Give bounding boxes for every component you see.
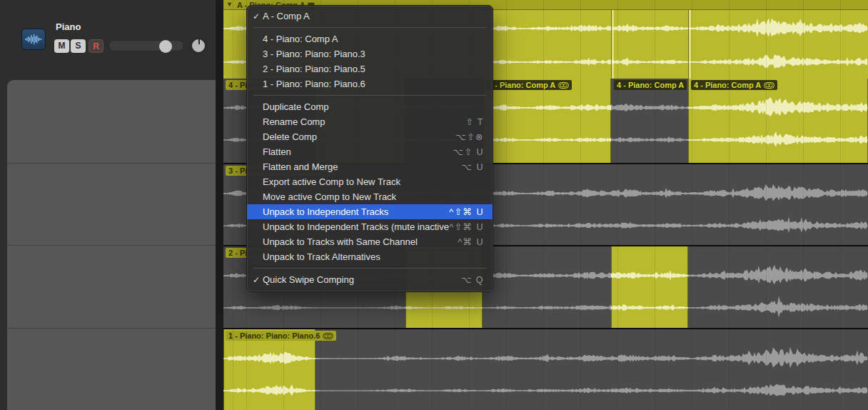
- mute-button[interactable]: M: [54, 39, 69, 53]
- menu-item-label: Rename Comp: [263, 116, 465, 127]
- menu-item-label: Move active Comp to New Track: [263, 191, 484, 202]
- lane-divider: [7, 245, 216, 246]
- menu-item-label: Unpack to Independent Tracks: [263, 206, 449, 217]
- comp-section-boundary: [611, 10, 614, 79]
- lane-divider: [7, 163, 216, 164]
- pan-knob-pointer: [198, 39, 200, 44]
- menu-item-unpack-to-independent-tracks[interactable]: Unpack to Independent Tracks^⇧⌘ U: [247, 204, 493, 219]
- menu-item-unpack-to-track-alternatives[interactable]: Unpack to Track Alternatives: [247, 249, 493, 264]
- menu-item-flatten[interactable]: Flatten⌥⇧ U: [247, 144, 493, 159]
- menu-item-rename-comp[interactable]: Rename Comp⇧ T: [247, 114, 493, 129]
- menu-separator: [253, 268, 486, 269]
- logic-pro-window: Piano M S R ▼ A - Piano: Comp A ▦ 4 - Pi…: [0, 0, 868, 410]
- region-name-chip: 4 - Piano: Comp A: [614, 80, 687, 90]
- menu-item-label: 2 - Piano: Piano: Piano.5: [263, 64, 484, 74]
- menu-item-move-active-comp-to-new-track[interactable]: Move active Comp to New Track: [247, 189, 493, 204]
- checkmark-icon: ✓: [253, 11, 263, 21]
- menu-item-label: Flatten and Merge: [263, 161, 462, 172]
- menu-item-label: Unpack to Independent Tracks (mute inact…: [263, 221, 449, 232]
- menu-item-label: 4 - Piano: Comp A: [263, 34, 484, 44]
- menu-item-shortcut: ⇧ T: [465, 116, 484, 127]
- region-name: 4 - Piano: Comp A: [488, 80, 555, 90]
- menu-item-shortcut: ⌥⇧ U: [453, 146, 484, 157]
- menu-item-label: Delete Comp: [263, 131, 455, 142]
- menu-item-duplicate-comp[interactable]: Duplicate Comp: [247, 99, 493, 114]
- checkmark-icon: ✓: [253, 275, 263, 285]
- menu-item-unpack-to-tracks-with-same-channel[interactable]: Unpack to Tracks with Same Channel^⌘ U: [247, 234, 493, 249]
- menu-item-unpack-to-independent-tracks-mute-inactive[interactable]: Unpack to Independent Tracks (mute inact…: [247, 219, 493, 234]
- track-name: Piano: [56, 21, 81, 32]
- stereo-icon: [323, 333, 333, 339]
- take-lane-1: 1 - Piano: Piano: Piano.6: [223, 328, 868, 410]
- menu-item-shortcut: ^⇧⌘ U: [449, 206, 484, 217]
- comp-section-boundary: [688, 10, 691, 79]
- track-lane-header-area: [7, 80, 216, 410]
- menu-item-shortcut: ⌥⇧⊗: [455, 131, 484, 142]
- menu-item-delete-comp[interactable]: Delete Comp⌥⇧⊗: [247, 129, 493, 144]
- menu-separator: [253, 27, 486, 28]
- waveform: [223, 329, 868, 410]
- region-name: 4 - Piano: Comp A: [617, 80, 684, 90]
- region-name-chip: 1 - Piano: Piano: Piano.6: [226, 331, 336, 341]
- region-name-chip: 4 - Piano: Comp A: [691, 80, 777, 90]
- pan-knob[interactable]: [190, 37, 207, 54]
- volume-slider-knob[interactable]: [159, 40, 172, 53]
- menu-item-label: Unpack to Track Alternatives: [263, 251, 484, 262]
- menu-item-2-piano-piano-piano-5[interactable]: 2 - Piano: Piano: Piano.5: [247, 61, 493, 76]
- menu-item-shortcut: ^⌘ U: [458, 236, 484, 247]
- disclosure-triangle-icon[interactable]: ▼: [226, 1, 233, 8]
- menu-item-quick-swipe-comping[interactable]: ✓Quick Swipe Comping⌥ Q: [247, 272, 493, 287]
- menu-item-label: Duplicate Comp: [263, 101, 484, 112]
- menu-item-label: Export active Comp to New Track: [263, 176, 484, 187]
- stereo-icon: [558, 82, 569, 89]
- menu-item-flatten-and-merge[interactable]: Flatten and Merge⌥ U: [247, 159, 493, 174]
- region-name: 1 - Piano: Piano: Piano.6: [228, 331, 320, 341]
- audio-track-icon[interactable]: [21, 29, 46, 50]
- menu-item-a-comp-a[interactable]: ✓A - Comp A: [247, 9, 493, 24]
- menu-item-label: Flatten: [263, 146, 453, 157]
- volume-slider[interactable]: [108, 40, 184, 51]
- record-enable-button[interactable]: R: [89, 39, 104, 53]
- panel-track-gap: [216, 0, 223, 410]
- comp-menu: ✓A - Comp A4 - Piano: Comp A3 - Piano: P…: [246, 5, 493, 292]
- menu-item-label: Quick Swipe Comping: [263, 274, 461, 285]
- region-name-chip: 4 - Piano: Comp A: [485, 80, 572, 90]
- stereo-icon: [764, 82, 774, 89]
- menu-item-1-piano-piano-piano-6[interactable]: 1 - Piano: Piano: Piano.6: [247, 76, 493, 91]
- solo-button[interactable]: S: [71, 39, 86, 53]
- lane-divider: [7, 328, 216, 329]
- menu-item-shortcut: ⌥ Q: [461, 274, 484, 285]
- menu-item-label: Unpack to Tracks with Same Channel: [263, 236, 458, 247]
- menu-item-label: A - Comp A: [263, 11, 484, 21]
- menu-separator: [253, 95, 486, 96]
- menu-item-label: 3 - Piano: Piano: Piano.3: [263, 49, 484, 59]
- menu-item-4-piano-comp-a[interactable]: 4 - Piano: Comp A: [247, 31, 493, 46]
- menu-item-shortcut: ⌥ U: [462, 161, 484, 172]
- menu-item-label: 1 - Piano: Piano: Piano.6: [263, 79, 484, 89]
- menu-item-shortcut: ^⇧⌘ U: [449, 221, 484, 232]
- waveform-icon: [25, 34, 42, 45]
- region-name: 4 - Piano: Comp A: [694, 80, 761, 90]
- menu-item-3-piano-piano-piano-3[interactable]: 3 - Piano: Piano: Piano.3: [247, 46, 493, 61]
- track-header-panel: Piano M S R: [0, 0, 223, 410]
- menu-item-export-active-comp-to-new-track[interactable]: Export active Comp to New Track: [247, 174, 493, 189]
